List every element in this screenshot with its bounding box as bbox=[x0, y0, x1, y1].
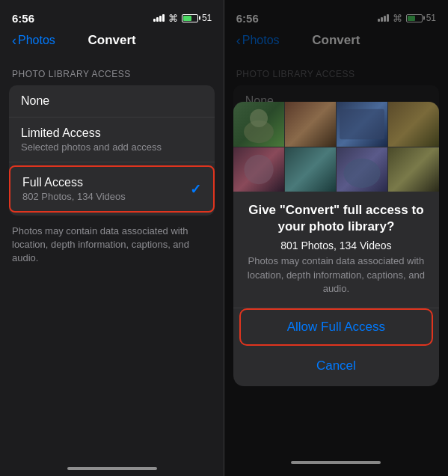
option-limited-subtitle: Selected photos and add access bbox=[21, 141, 203, 153]
allow-full-access-button[interactable]: Allow Full Access bbox=[239, 308, 433, 346]
back-button-left[interactable]: ‹ Photos bbox=[12, 34, 55, 47]
dialog-description: Photos may contain data associated with … bbox=[245, 254, 427, 296]
option-full-title: Full Access bbox=[22, 176, 201, 189]
back-label-left: Photos bbox=[18, 34, 55, 47]
nav-bar-left: ‹ Photos Convert bbox=[0, 30, 224, 54]
home-indicator-left bbox=[67, 467, 157, 470]
dialog-title: Give "Convert" full access to your photo… bbox=[245, 202, 427, 235]
dialog-body: Give "Convert" full access to your photo… bbox=[233, 192, 439, 296]
option-limited[interactable]: Limited Access Selected photos and add a… bbox=[9, 118, 215, 162]
option-limited-title: Limited Access bbox=[21, 126, 203, 140]
nav-title-left: Convert bbox=[88, 33, 136, 48]
photo-cell-6 bbox=[285, 147, 336, 192]
battery-level-left: 51 bbox=[202, 13, 212, 23]
wifi-icon-left: ⌘ bbox=[168, 13, 178, 24]
photo-cell-3 bbox=[337, 102, 387, 147]
option-none-title: None bbox=[21, 94, 203, 108]
photo-access-dialog: Give "Convert" full access to your photo… bbox=[233, 102, 439, 386]
status-time-left: 6:56 bbox=[12, 12, 34, 25]
photo-cell-8 bbox=[388, 147, 439, 192]
signal-bar-1 bbox=[153, 19, 156, 22]
battery-icon-left bbox=[182, 14, 198, 22]
option-full-subtitle: 802 Photos, 134 Videos bbox=[22, 191, 201, 202]
chevron-left-icon: ‹ bbox=[12, 34, 16, 47]
photo-cell-4 bbox=[388, 102, 439, 147]
content-left: PHOTO LIBRARY ACCESS None Limited Access… bbox=[0, 54, 224, 467]
photo-cell-7 bbox=[337, 147, 387, 192]
battery-fill-left bbox=[183, 16, 191, 21]
options-container-left: None Limited Access Selected photos and … bbox=[9, 85, 215, 216]
signal-bar-4 bbox=[162, 14, 165, 22]
photo-cell-5 bbox=[233, 147, 284, 192]
photo-cell-2 bbox=[285, 102, 336, 147]
left-phone-screen: 6:56 ⌘ 51 ‹ Photos Convert PHOTO LIBRARY… bbox=[0, 0, 224, 476]
right-phone-screen: 6:56 ⌘ 51 ‹ Photos Convert PHOTO LIBRARY… bbox=[224, 0, 448, 476]
signal-bar-3 bbox=[159, 16, 162, 22]
status-bar-left: 6:56 ⌘ 51 bbox=[0, 0, 224, 30]
info-text-left: Photos may contain data associated with … bbox=[0, 216, 224, 266]
status-icons-left: ⌘ 51 bbox=[153, 13, 212, 24]
section-header-left: PHOTO LIBRARY ACCESS bbox=[0, 69, 224, 85]
signal-bars-left bbox=[153, 14, 165, 22]
photo-cell-1 bbox=[233, 102, 284, 147]
option-full-access[interactable]: Full Access 802 Photos, 134 Videos ✓ bbox=[9, 165, 215, 213]
dialog-photo-grid bbox=[233, 102, 439, 192]
signal-bar-2 bbox=[156, 17, 159, 22]
cancel-button[interactable]: Cancel bbox=[233, 349, 439, 383]
checkmark-icon: ✓ bbox=[190, 181, 201, 198]
dialog-actions: Allow Full Access Cancel bbox=[233, 308, 439, 386]
home-indicator-right bbox=[291, 461, 381, 464]
dialog-stats: 801 Photos, 134 Videos bbox=[245, 239, 427, 251]
option-none[interactable]: None bbox=[9, 85, 215, 118]
